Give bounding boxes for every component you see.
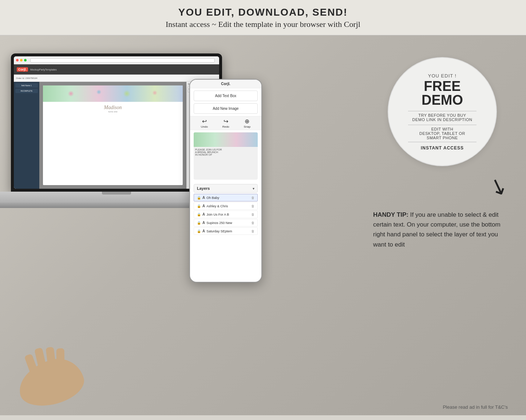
browser-dot-green bbox=[24, 59, 27, 61]
trash-icon-0[interactable]: 🗑 bbox=[251, 196, 254, 200]
browser-bar bbox=[14, 56, 219, 64]
corjl-sidebar: field Name 1 INCOMPLETE bbox=[14, 82, 39, 189]
corjl-main-editor: field Name 1 INCOMPLETE Madison turns on… bbox=[14, 82, 219, 189]
trash-icon-3[interactable]: 🗑 bbox=[251, 221, 254, 225]
arrow-to-tip: ↙ bbox=[486, 171, 511, 202]
handy-tip-label: HANDY TIP: bbox=[373, 211, 408, 218]
browser-dot-red bbox=[16, 59, 19, 61]
footer: Please read ad in full for T&C's bbox=[443, 404, 508, 410]
demo-devices-text: DESKTOP, TABLET OR bbox=[419, 131, 465, 136]
screen-inner: Corjl. MockupPartyTemplates Order Id: 15… bbox=[14, 56, 219, 189]
add-text-box-btn[interactable]: Add Text Box bbox=[194, 91, 258, 101]
top-banner: YOU EDIT, DOWNLOAD, SEND! Instant access… bbox=[0, 0, 526, 35]
layer-name-1: Ashley & Chris bbox=[206, 204, 250, 208]
undo-icon: ↩ bbox=[202, 118, 207, 125]
layer-name-2: Join Us For A B bbox=[206, 213, 250, 216]
demo-link-text: DEMO LINK IN DESCRIPTION bbox=[412, 117, 472, 122]
trash-icon-1[interactable]: 🗑 bbox=[251, 204, 254, 208]
phone-mockup: Corjl. Add Text Box Add New Image ↩ Undo… bbox=[189, 79, 262, 283]
snap-icon: ⊕ bbox=[245, 118, 249, 125]
phone-undo-bar: ↩ Undo ↪ Redo ⊕ Snap bbox=[190, 116, 261, 130]
invitation-card: Madison turns one bbox=[43, 85, 183, 185]
corjl-header: Corjl. MockupPartyTemplates bbox=[14, 64, 219, 75]
phone-invite-text: PLEASE JOIN US FORA BRIDAL BRUNCHIN HONO… bbox=[194, 147, 258, 157]
subline: Instant access ~ Edit the template in yo… bbox=[0, 20, 526, 29]
phone-corjl-logo: Corjl. bbox=[193, 82, 258, 86]
hand-area bbox=[11, 332, 113, 404]
text-type-icon-0: A bbox=[202, 196, 205, 200]
corjl-logo: Corjl. bbox=[17, 67, 28, 72]
snap-label: Snap bbox=[244, 125, 250, 128]
demo-you-edit: YOU EDIT ! bbox=[428, 73, 456, 79]
floral-overlay bbox=[43, 85, 183, 102]
handy-tip-section: HANDY TIP: If you are unable to select &… bbox=[373, 210, 511, 249]
layer-item-1[interactable]: 🔒 A Ashley & Chris 🗑 bbox=[194, 202, 258, 210]
lock-icon-4: 🔒 bbox=[197, 229, 201, 233]
order-id: Order Id: 1509758194 bbox=[16, 77, 37, 79]
phone-layers-section: Layers ▾ 🔒 A Oh Baby 🗑 🔒 A Ashley & Chri… bbox=[190, 182, 261, 235]
invitation-text-area: Madison turns one bbox=[43, 102, 183, 116]
browser-dot-yellow bbox=[20, 59, 23, 61]
phone-canvas: PLEASE JOIN US FORA BRIDAL BRUNCHIN HONO… bbox=[194, 132, 258, 180]
finger-3 bbox=[46, 347, 56, 371]
text-type-icon-4: A bbox=[202, 229, 205, 233]
layers-chevron-icon: ▾ bbox=[253, 187, 254, 191]
text-type-icon-2: A bbox=[202, 212, 205, 216]
layer-item-0[interactable]: 🔒 A Oh Baby 🗑 bbox=[194, 194, 258, 201]
canvas-area: Madison turns one bbox=[39, 82, 186, 189]
phone-header: Corjl. bbox=[190, 80, 261, 88]
lock-icon-0: 🔒 bbox=[197, 196, 201, 200]
corjl-toolbar: Order Id: 1509758194 bbox=[14, 75, 219, 82]
invitation-cursive: Madison bbox=[44, 105, 181, 111]
invitation-subtitle: turns one bbox=[44, 111, 181, 113]
layer-name-3: Supinos 250 New bbox=[206, 221, 250, 225]
trash-icon-2[interactable]: 🗑 bbox=[251, 213, 254, 216]
layer-name-4: Saturday SEptem bbox=[206, 229, 250, 233]
hand-shape bbox=[14, 353, 88, 412]
demo-divider-3 bbox=[408, 142, 477, 142]
undo-item[interactable]: ↩ Undo bbox=[201, 118, 208, 128]
redo-item[interactable]: ↪ Redo bbox=[222, 118, 229, 128]
main-area: Corjl. MockupPartyTemplates Order Id: 15… bbox=[0, 35, 526, 415]
finger-4 bbox=[56, 348, 65, 367]
demo-divider-1 bbox=[408, 111, 477, 111]
layer-item-2[interactable]: 🔒 A Join Us For A B 🗑 bbox=[194, 211, 258, 218]
sidebar-field-label[interactable]: field Name 1 bbox=[15, 83, 38, 88]
layer-items-list: 🔒 A Oh Baby 🗑 🔒 A Ashley & Chris 🗑 🔒 A J… bbox=[194, 194, 258, 235]
right-panel: YOU EDIT ! FREE DEMO TRY BEFORE YOU BUY … bbox=[373, 57, 511, 249]
headline: YOU EDIT, DOWNLOAD, SEND! bbox=[0, 7, 526, 18]
trash-icon-4[interactable]: 🗑 bbox=[251, 229, 254, 233]
handy-tip-text: HANDY TIP: If you are unable to select &… bbox=[373, 210, 511, 249]
demo-smartphone-text: SMART PHONE bbox=[427, 136, 458, 140]
text-type-icon-1: A bbox=[202, 204, 205, 208]
undo-label: Undo bbox=[201, 125, 208, 128]
demo-circle: YOU EDIT ! FREE DEMO TRY BEFORE YOU BUY … bbox=[388, 57, 497, 166]
demo-divider-2 bbox=[408, 125, 477, 125]
corjl-nav: MockupPartyTemplates bbox=[30, 68, 57, 71]
lock-icon-3: 🔒 bbox=[197, 221, 201, 225]
layers-title: Layers bbox=[197, 186, 210, 191]
demo-demo-text: DEMO bbox=[422, 93, 463, 107]
lock-icon-2: 🔒 bbox=[197, 213, 201, 216]
demo-try-text: TRY BEFORE YOU BUY bbox=[418, 113, 466, 117]
redo-label: Redo bbox=[222, 125, 229, 128]
text-type-icon-3: A bbox=[202, 221, 205, 225]
phone-layers-header[interactable]: Layers ▾ bbox=[194, 184, 258, 193]
layer-name-0: Oh Baby bbox=[206, 196, 250, 200]
lock-icon-1: 🔒 bbox=[197, 204, 201, 208]
demo-free-text: FREE bbox=[424, 79, 460, 93]
snap-item[interactable]: ⊕ Snap bbox=[244, 118, 250, 128]
floral-strip bbox=[43, 85, 183, 102]
phone-floral bbox=[194, 132, 258, 147]
sidebar-incomplete[interactable]: INCOMPLETE bbox=[15, 89, 38, 93]
layer-item-3[interactable]: 🔒 A Supinos 250 New 🗑 bbox=[194, 219, 258, 227]
demo-edit-text: EDIT WITH bbox=[431, 127, 454, 131]
demo-instant-text: INSTANT ACCESS bbox=[421, 145, 464, 151]
browser-address-bar[interactable] bbox=[30, 58, 215, 63]
layer-item-4[interactable]: 🔒 A Saturday SEptem 🗑 bbox=[194, 227, 258, 235]
add-new-image-btn[interactable]: Add New Image bbox=[194, 103, 258, 114]
redo-icon: ↪ bbox=[224, 118, 228, 125]
